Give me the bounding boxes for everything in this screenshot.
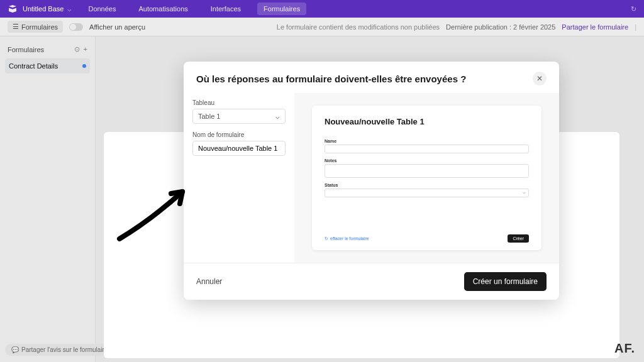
preview-label-status: Status	[325, 183, 529, 187]
preview-submit-button: Créer	[508, 234, 529, 243]
modal-title: Où les réponses au formulaire doivent-el…	[196, 74, 466, 84]
preview-input-status	[325, 189, 529, 197]
preview-label-notes: Notes	[325, 158, 529, 163]
table-select-value: Table 1	[198, 112, 220, 120]
form-name-input[interactable]	[192, 141, 286, 156]
preview-input-notes	[325, 164, 529, 178]
preview-title: Nouveau/nouvelle Table 1	[325, 117, 529, 126]
tab-interfaces[interactable]: Interfaces	[204, 3, 247, 15]
create-form-button[interactable]: Créer un formulaire	[464, 272, 547, 291]
form-preview: Nouveau/nouvelle Table 1 Name Notes Stat…	[312, 106, 541, 250]
chevron-down-icon: ⌵	[275, 112, 280, 121]
top-nav: Untitled Base ⌵ Données Automatisations …	[0, 0, 644, 18]
table-select[interactable]: Table 1 ⌵	[192, 109, 286, 124]
tab-data[interactable]: Données	[82, 3, 122, 15]
tab-automations[interactable]: Automatisations	[132, 3, 194, 15]
create-form-modal: Où les réponses au formulaire doivent-el…	[184, 62, 559, 300]
form-name-label: Nom de formulaire	[192, 131, 286, 138]
watermark: AF.	[614, 341, 635, 356]
modal-left-panel: Tableau Table 1 ⌵ Nom de formulaire	[184, 93, 294, 263]
table-select-label: Tableau	[192, 99, 286, 106]
logo-icon	[8, 4, 18, 14]
preview-clear-label: effacer le formulaire	[330, 236, 369, 241]
refresh-icon: ↻	[325, 236, 328, 241]
chevron-down-icon[interactable]: ⌵	[67, 5, 72, 13]
tab-forms[interactable]: Formulaires	[257, 3, 306, 15]
preview-input-name	[325, 145, 529, 153]
history-icon[interactable]: ↻	[631, 5, 636, 13]
base-name[interactable]: Untitled Base	[23, 5, 64, 13]
modal-footer: Annuler Créer un formulaire	[184, 263, 559, 300]
nav-tabs: Données Automatisations Interfaces Formu…	[82, 3, 306, 15]
cancel-button[interactable]: Annuler	[196, 277, 222, 286]
modal-header: Où les réponses au formulaire doivent-el…	[184, 62, 559, 93]
preview-clear-link: ↻ effacer le formulaire	[325, 236, 369, 241]
preview-label-name: Name	[325, 139, 529, 143]
close-icon[interactable]: ✕	[533, 72, 547, 85]
preview-footer: ↻ effacer le formulaire Créer	[325, 226, 529, 243]
modal-body: Tableau Table 1 ⌵ Nom de formulaire Nouv…	[184, 93, 559, 263]
modal-preview-panel: Nouveau/nouvelle Table 1 Name Notes Stat…	[294, 93, 559, 263]
